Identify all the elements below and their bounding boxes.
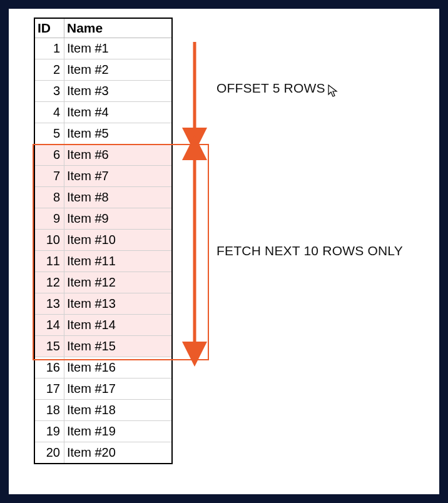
cell-name: Item #20 xyxy=(64,442,173,464)
cell-id: 5 xyxy=(34,123,64,145)
cell-id: 13 xyxy=(34,293,64,315)
table-row: 9Item #9 xyxy=(34,208,172,230)
cell-name: Item #2 xyxy=(64,59,173,81)
cell-name: Item #7 xyxy=(64,166,173,187)
cell-name: Item #9 xyxy=(64,208,173,230)
cell-id: 16 xyxy=(34,357,64,379)
cell-name: Item #17 xyxy=(64,379,173,400)
table-row: 15Item #15 xyxy=(34,336,172,357)
table-row: 1Item #1 xyxy=(34,38,172,59)
offset-arrow-icon xyxy=(191,42,204,140)
cell-id: 1 xyxy=(34,38,64,59)
table-row: 18Item #18 xyxy=(34,400,172,421)
cell-name: Item #12 xyxy=(64,272,173,293)
cell-id: 11 xyxy=(34,251,64,272)
table-row: 11Item #11 xyxy=(34,251,172,272)
cell-name: Item #10 xyxy=(64,230,173,251)
cell-id: 7 xyxy=(34,166,64,187)
col-header-id: ID xyxy=(34,18,64,38)
cell-id: 2 xyxy=(34,59,64,81)
table-row: 5Item #5 xyxy=(34,123,172,145)
table-row: 4Item #4 xyxy=(34,102,172,123)
cell-id: 14 xyxy=(34,315,64,336)
cell-id: 18 xyxy=(34,400,64,421)
diagram-canvas: ID Name 1Item #12Item #23Item #34Item #4… xyxy=(9,9,439,494)
table-row: 17Item #17 xyxy=(34,379,172,400)
table-row: 20Item #20 xyxy=(34,442,172,464)
cell-id: 15 xyxy=(34,336,64,357)
cell-name: Item #18 xyxy=(64,400,173,421)
cell-name: Item #13 xyxy=(64,293,173,315)
cell-id: 19 xyxy=(34,421,64,442)
cell-name: Item #11 xyxy=(64,251,173,272)
cell-id: 12 xyxy=(34,272,64,293)
cell-id: 6 xyxy=(34,145,64,166)
offset-annotation-label: OFFSET 5 ROWS xyxy=(216,81,325,96)
cell-id: 8 xyxy=(34,187,64,208)
cell-name: Item #16 xyxy=(64,357,173,379)
cell-name: Item #19 xyxy=(64,421,173,442)
cell-name: Item #4 xyxy=(64,102,173,123)
table-row: 10Item #10 xyxy=(34,230,172,251)
table-row: 12Item #12 xyxy=(34,272,172,293)
table-row: 6Item #6 xyxy=(34,145,172,166)
cell-id: 20 xyxy=(34,442,64,464)
fetch-arrow-icon xyxy=(191,148,204,354)
cell-id: 17 xyxy=(34,379,64,400)
cell-id: 10 xyxy=(34,230,64,251)
table-row: 16Item #16 xyxy=(34,357,172,379)
cell-name: Item #8 xyxy=(64,187,173,208)
cell-name: Item #5 xyxy=(64,123,173,145)
table-row: 7Item #7 xyxy=(34,166,172,187)
table-row: 19Item #19 xyxy=(34,421,172,442)
cell-id: 9 xyxy=(34,208,64,230)
cursor-icon xyxy=(328,84,338,98)
cell-name: Item #14 xyxy=(64,315,173,336)
cell-name: Item #15 xyxy=(64,336,173,357)
cell-id: 3 xyxy=(34,81,64,102)
table-row: 14Item #14 xyxy=(34,315,172,336)
table-row: 13Item #13 xyxy=(34,293,172,315)
fetch-annotation-label: FETCH NEXT 10 ROWS ONLY xyxy=(216,243,403,258)
cell-name: Item #6 xyxy=(64,145,173,166)
col-header-name: Name xyxy=(64,18,173,38)
cell-name: Item #3 xyxy=(64,81,173,102)
items-table: ID Name 1Item #12Item #23Item #34Item #4… xyxy=(34,18,173,464)
cell-name: Item #1 xyxy=(64,38,173,59)
table-row: 3Item #3 xyxy=(34,81,172,102)
table-row: 2Item #2 xyxy=(34,59,172,81)
cell-id: 4 xyxy=(34,102,64,123)
table-row: 8Item #8 xyxy=(34,187,172,208)
